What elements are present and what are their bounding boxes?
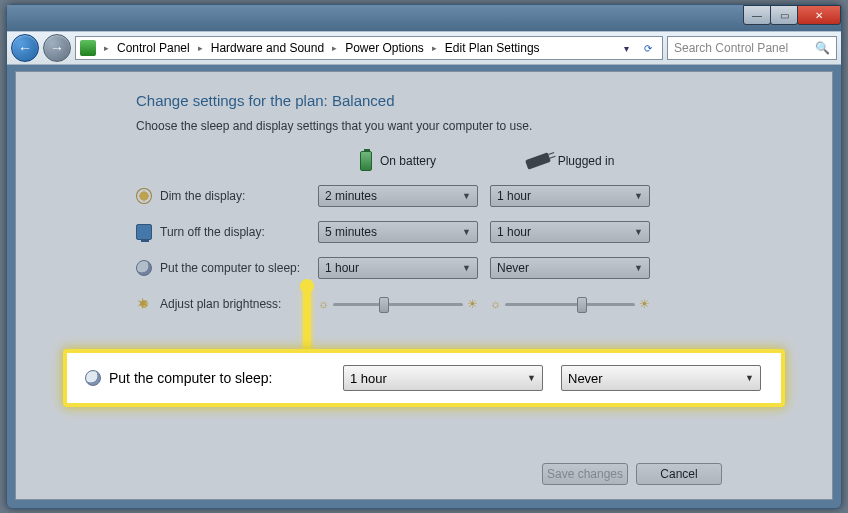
row-label-sleep: Put the computer to sleep: — [136, 260, 306, 276]
breadcrumb[interactable]: Edit Plan Settings — [441, 41, 544, 55]
window: — ▭ ✕ ← → ▸ Control Panel ▸ Hardware and… — [6, 4, 842, 509]
callout-highlight: Put the computer to sleep: 1 hour▼ Never… — [63, 349, 785, 407]
brightness-icon — [136, 296, 152, 312]
page-subtitle: Choose the sleep and display settings th… — [136, 119, 722, 133]
chevron-down-icon: ▼ — [462, 227, 471, 237]
address-bar[interactable]: ▸ Control Panel ▸ Hardware and Sound ▸ P… — [75, 36, 663, 60]
monitor-icon — [136, 224, 152, 240]
breadcrumb[interactable]: Control Panel — [113, 41, 194, 55]
chevron-down-icon: ▼ — [527, 373, 536, 383]
brightness-battery-slider[interactable]: ☼ ☀ — [318, 293, 478, 315]
chevron-down-icon: ▼ — [745, 373, 754, 383]
sleep-icon — [85, 370, 101, 386]
dim-display-icon — [136, 188, 152, 204]
row-label-dim: Dim the display: — [136, 188, 306, 204]
content-pane: Change settings for the plan: Balanced C… — [15, 71, 833, 500]
control-panel-icon — [80, 40, 96, 56]
search-input[interactable]: Search Control Panel 🔍 — [667, 36, 837, 60]
column-header-plugged: Plugged in — [490, 154, 650, 168]
chevron-down-icon: ▼ — [634, 227, 643, 237]
chevron-right-icon: ▸ — [330, 43, 339, 53]
callout-label: Put the computer to sleep: — [85, 370, 325, 386]
row-label-brightness: Adjust plan brightness: — [136, 296, 306, 312]
chevron-right-icon: ▸ — [102, 43, 111, 53]
forward-button[interactable]: → — [43, 34, 71, 62]
turnoff-battery-dropdown[interactable]: 5 minutes▼ — [318, 221, 478, 243]
dim-plugged-dropdown[interactable]: 1 hour▼ — [490, 185, 650, 207]
page-title: Change settings for the plan: Balanced — [136, 92, 722, 109]
chevron-down-icon: ▼ — [462, 263, 471, 273]
sun-low-icon: ☼ — [318, 297, 329, 311]
address-dropdown-button[interactable]: ▾ — [616, 38, 636, 58]
brightness-plugged-slider[interactable]: ☼ ☀ — [490, 293, 650, 315]
close-button[interactable]: ✕ — [797, 5, 841, 25]
navigation-bar: ← → ▸ Control Panel ▸ Hardware and Sound… — [7, 31, 841, 65]
row-label-turnoff: Turn off the display: — [136, 224, 306, 240]
battery-icon — [360, 151, 372, 171]
annotation-pointer — [303, 285, 311, 355]
minimize-button[interactable]: — — [743, 5, 771, 25]
titlebar: — ▭ ✕ — [7, 5, 841, 31]
callout-sleep-battery-dropdown[interactable]: 1 hour▼ — [343, 365, 543, 391]
column-header-battery: On battery — [318, 151, 478, 171]
cancel-button[interactable]: Cancel — [636, 463, 722, 485]
search-icon: 🔍 — [815, 41, 830, 55]
refresh-button[interactable]: ⟳ — [638, 38, 658, 58]
sun-high-icon: ☀ — [467, 297, 478, 311]
sleep-icon — [136, 260, 152, 276]
search-placeholder: Search Control Panel — [674, 41, 788, 55]
sleep-plugged-dropdown[interactable]: Never▼ — [490, 257, 650, 279]
sun-low-icon: ☼ — [490, 297, 501, 311]
turnoff-plugged-dropdown[interactable]: 1 hour▼ — [490, 221, 650, 243]
maximize-button[interactable]: ▭ — [770, 5, 798, 25]
chevron-down-icon: ▼ — [634, 191, 643, 201]
chevron-down-icon: ▼ — [462, 191, 471, 201]
save-button[interactable]: Save changes — [542, 463, 628, 485]
callout-sleep-plugged-dropdown[interactable]: Never▼ — [561, 365, 761, 391]
sleep-battery-dropdown[interactable]: 1 hour▼ — [318, 257, 478, 279]
plug-icon — [525, 152, 551, 170]
chevron-right-icon: ▸ — [196, 43, 205, 53]
back-button[interactable]: ← — [11, 34, 39, 62]
chevron-down-icon: ▼ — [634, 263, 643, 273]
sun-high-icon: ☀ — [639, 297, 650, 311]
breadcrumb[interactable]: Power Options — [341, 41, 428, 55]
breadcrumb[interactable]: Hardware and Sound — [207, 41, 328, 55]
chevron-right-icon: ▸ — [430, 43, 439, 53]
dim-battery-dropdown[interactable]: 2 minutes▼ — [318, 185, 478, 207]
